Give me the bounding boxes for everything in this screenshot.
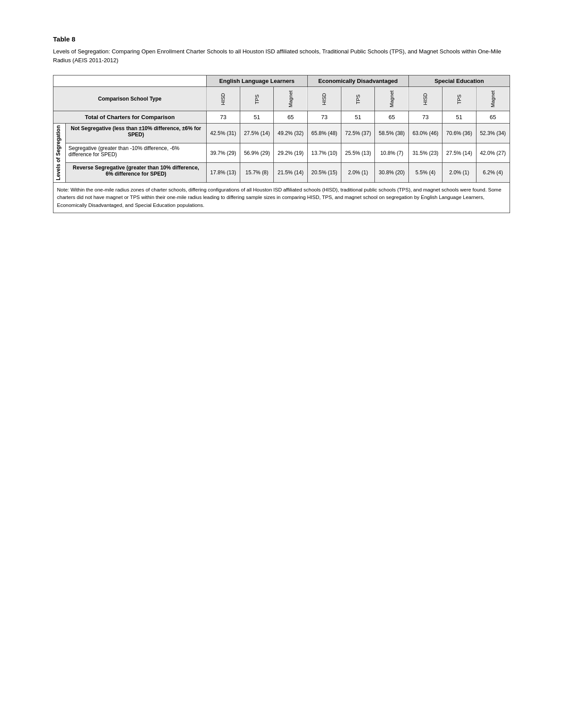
segregation-axis-label: Levels of Segregation <box>55 125 61 180</box>
not-seg-ell-tps: 27.5% (14) <box>240 124 274 143</box>
sped-header: Special Education <box>408 75 510 87</box>
rev-seg-sped-magnet: 6.2% (4) <box>476 163 510 183</box>
rev-seg-label: Reverse Segregative (greater than 10% di… <box>66 163 207 183</box>
total-econ-tps: 51 <box>341 111 375 124</box>
ell-magnet-header: Magnet <box>274 87 307 111</box>
total-ell-magnet: 65 <box>274 111 307 124</box>
total-ell-tps: 51 <box>240 111 274 124</box>
not-segregative-row: Levels of Segregation Not Segregative (l… <box>53 124 510 143</box>
segregation-table: English Language Learners Economically D… <box>53 75 510 213</box>
sped-magnet-header: Magnet <box>476 87 510 111</box>
page-title: Table 8 <box>53 35 510 43</box>
seg-ell-hisd: 39.7% (29) <box>206 143 240 163</box>
not-seg-econ-hisd: 65.8% (48) <box>307 124 341 143</box>
ell-tps-header: TPS <box>240 87 274 111</box>
seg-sped-magnet: 42.0% (27) <box>476 143 510 163</box>
rev-seg-econ-magnet: 30.8% (20) <box>375 163 408 183</box>
econ-tps-header: TPS <box>341 87 375 111</box>
seg-econ-hisd: 13.7% (10) <box>307 143 341 163</box>
seg-ell-magnet: 29.2% (19) <box>274 143 307 163</box>
seg-econ-tps: 25.5% (13) <box>341 143 375 163</box>
table-note: Note: Within the one-mile radius zones o… <box>53 183 510 213</box>
ell-hisd-header: HISD <box>206 87 240 111</box>
total-sped-magnet: 65 <box>476 111 510 124</box>
rev-seg-econ-tps: 2.0% (1) <box>341 163 375 183</box>
total-sped-tps: 51 <box>442 111 476 124</box>
seg-sped-tps: 27.5% (14) <box>442 143 476 163</box>
segregative-row: Segregative (greater than -10% differenc… <box>53 143 510 163</box>
not-seg-sped-tps: 70.6% (36) <box>442 124 476 143</box>
total-row: Total of Charters for Comparison 73 51 6… <box>53 111 510 124</box>
total-ell-hisd: 73 <box>206 111 240 124</box>
rev-seg-sped-tps: 2.0% (1) <box>442 163 476 183</box>
total-sped-hisd: 73 <box>408 111 442 124</box>
not-seg-ell-magnet: 49.2% (32) <box>274 124 307 143</box>
ell-header: English Language Learners <box>206 75 307 87</box>
total-econ-hisd: 73 <box>307 111 341 124</box>
not-seg-econ-magnet: 58.5% (38) <box>375 124 408 143</box>
rev-seg-ell-hisd: 17.8% (13) <box>206 163 240 183</box>
seg-sped-hisd: 31.5% (23) <box>408 143 442 163</box>
not-seg-ell-hisd: 42.5% (31) <box>206 124 240 143</box>
econ-dis-header: Economically Disadvantaged <box>307 75 408 87</box>
sped-tps-header: TPS <box>442 87 476 111</box>
rev-seg-ell-tps: 15.7% (8) <box>240 163 274 183</box>
comparison-school-type-label: Comparison School Type <box>53 87 207 111</box>
rev-seg-ell-magnet: 21.5% (14) <box>274 163 307 183</box>
seg-econ-magnet: 10.8% (7) <box>375 143 408 163</box>
rev-seg-sped-hisd: 5.5% (4) <box>408 163 442 183</box>
reverse-segregative-row: Reverse Segregative (greater than 10% di… <box>53 163 510 183</box>
total-label: Total of Charters for Comparison <box>53 111 207 124</box>
not-seg-label: Not Segregative (less than ±10% differen… <box>66 124 207 143</box>
subtitle: Levels of Segregation: Comparing Open En… <box>53 47 510 64</box>
not-seg-econ-tps: 72.5% (37) <box>341 124 375 143</box>
not-seg-sped-magnet: 52.3% (34) <box>476 124 510 143</box>
econ-hisd-header: HISD <box>307 87 341 111</box>
seg-ell-tps: 56.9% (29) <box>240 143 274 163</box>
total-econ-magnet: 65 <box>375 111 408 124</box>
seg-label: Segregative (greater than -10% differenc… <box>66 143 207 163</box>
econ-magnet-header: Magnet <box>375 87 408 111</box>
sped-hisd-header: HISD <box>408 87 442 111</box>
rev-seg-econ-hisd: 20.5% (15) <box>307 163 341 183</box>
note-row: Note: Within the one-mile radius zones o… <box>53 183 510 213</box>
not-seg-sped-hisd: 63.0% (46) <box>408 124 442 143</box>
